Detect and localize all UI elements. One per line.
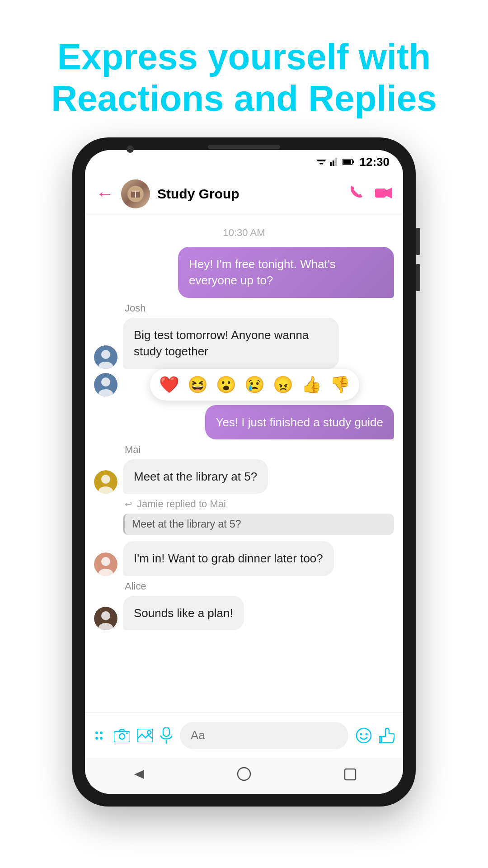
mai-avatar-img [94,470,117,494]
volume-down [416,264,420,291]
sender-name-josh: Josh [125,302,339,314]
message-content: Hey! I'm free tonight. What's everyone u… [178,247,394,298]
message-row-josh: Josh Big test tomorrow! Anyone wanna stu… [94,302,394,369]
mic-button[interactable] [160,727,173,744]
reaction-wow[interactable]: 😮 [216,375,236,394]
group-avatar [121,179,150,208]
video-icon [375,187,392,199]
svg-point-20 [101,377,110,387]
svg-point-44 [366,733,368,735]
svg-point-36 [119,734,125,739]
svg-point-42 [357,728,371,743]
alice-bubble: Sounds like a plan! [123,596,244,630]
svg-point-33 [100,731,103,734]
reaction-sad[interactable]: 😢 [244,375,265,394]
reaction-thumbup[interactable]: 👍 [301,375,322,394]
nav-home-button[interactable] [237,767,251,785]
alice-avatar-img [94,607,117,630]
svg-rect-48 [345,769,356,780]
message-row-mai: Mai Meet at the library at 5? [94,444,394,494]
jamie-bubble: I'm in! Want to grab dinner later too? [123,541,334,576]
alice-message-content: Alice Sounds like a plan! [123,580,244,630]
reactions-popup[interactable]: ❤️ 😆 😮 😢 😠 👍 👎 [150,369,359,401]
message-row-alice: Alice Sounds like a plan! [94,580,394,630]
nav-bar [85,758,403,794]
phone-screen: 12:30 ← Study Group [85,150,403,794]
svg-rect-5 [333,160,334,166]
svg-rect-6 [335,158,337,166]
thumbup-icon [379,727,394,744]
mai-avatar [94,470,117,494]
reaction-laugh[interactable]: 😆 [188,375,208,394]
svg-point-23 [101,475,110,484]
svg-point-39 [147,731,151,734]
back-button[interactable]: ← [96,184,114,204]
josh-avatar [94,345,117,369]
nav-home-icon [237,767,251,781]
messages-area[interactable]: 10:30 AM Hey! I'm free tonight. What's e… [85,214,403,712]
reaction-heart[interactable]: ❤️ [159,375,179,394]
video-button[interactable] [375,184,392,203]
jamie-message-content: I'm in! Want to grab dinner later too? [123,541,334,576]
svg-rect-8 [352,160,354,163]
svg-rect-40 [163,727,169,736]
camera-button[interactable] [114,729,130,742]
reply-context-label: ↩ Jamie replied to Mai [125,498,394,510]
sender-name-alice: Alice [125,580,244,592]
phone-camera [127,146,134,153]
phone-frame: 12:30 ← Study Group [72,137,416,807]
status-icons [316,158,354,166]
app-header: ← Study Group [85,174,403,214]
phone-notch [208,137,280,149]
dots-icon [94,729,107,742]
nav-recents-button[interactable] [344,768,357,784]
reply-section: ↩ Jamie replied to Mai Meet at the libra… [123,498,394,537]
reaction-angry[interactable]: 😠 [273,375,293,394]
nav-recents-icon [344,768,357,781]
status-bar: 12:30 [85,150,403,174]
thumbup-button[interactable] [379,727,394,744]
josh-bubble: Big test tomorrow! Anyone wanna study to… [123,318,339,369]
reactions-popup-row: ❤️ 😆 😮 😢 😠 👍 👎 [94,369,394,401]
avatar-blue-spacer [94,373,117,396]
reply-context-text: Jamie replied to Mai [137,498,226,510]
timestamp: 10:30 AM [94,227,394,239]
emoji-button[interactable] [356,727,372,744]
side-buttons [416,228,420,291]
svg-marker-46 [134,770,144,779]
svg-point-29 [101,611,110,620]
group-name: Study Group [157,186,349,202]
svg-point-34 [100,737,103,740]
sent-bubble: Hey! I'm free tonight. What's everyone u… [178,247,394,298]
jamie-avatar-img [94,552,117,576]
josh-message-content: Josh Big test tomorrow! Anyone wanna stu… [123,302,339,369]
status-time: 12:30 [360,155,390,169]
gallery-button[interactable] [137,729,153,742]
nav-back-icon [131,768,144,781]
svg-point-17 [101,350,110,359]
battery-icon [343,158,354,165]
alice-avatar [94,607,117,630]
headline-section: Express yourself with Reactions and Repl… [24,36,464,119]
more-button[interactable] [94,729,107,742]
nav-back-button[interactable] [131,768,144,784]
svg-point-3 [320,164,322,166]
volume-up [416,228,420,255]
header-actions [349,184,392,203]
message-input[interactable] [180,722,348,749]
wifi-icon [316,158,326,166]
call-button[interactable] [349,184,364,203]
signal-icon [330,158,339,166]
avatar-blue-img [94,345,117,369]
svg-rect-9 [343,160,351,164]
reaction-thumbdown[interactable]: 👎 [330,375,350,394]
reply-preview-bubble: Meet at the library at 5? [123,514,394,535]
chat-toolbar [85,712,403,758]
spacer-avatar [94,373,117,396]
svg-point-43 [360,733,362,735]
avatar-icon [127,186,144,202]
message-row-sent2: Yes! I just finished a study guide [94,405,394,439]
svg-rect-4 [330,162,332,166]
sent-bubble-2: Yes! I just finished a study guide [205,405,394,439]
emoji-icon [356,727,372,744]
